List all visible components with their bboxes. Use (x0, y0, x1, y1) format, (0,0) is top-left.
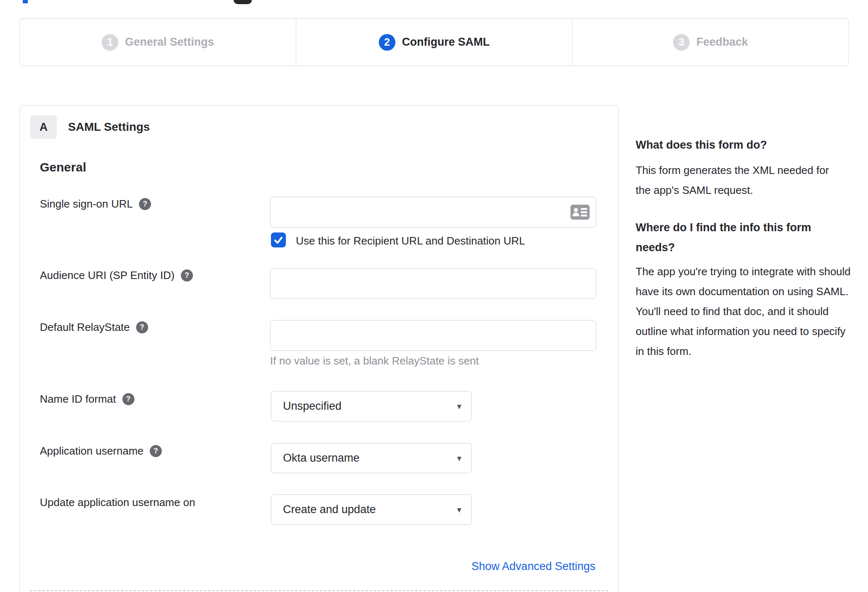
update-app-username-select[interactable]: Create and update ▾ (271, 494, 472, 525)
sso-url-label-row: Single sign-on URL ? (40, 198, 151, 210)
sso-url-input[interactable] (270, 197, 596, 228)
help-icon[interactable]: ? (122, 393, 134, 405)
sidebar-heading-where: Where do I find the info this form needs… (636, 218, 831, 257)
saml-settings-panel: A SAML Settings General Single sign-on U… (20, 105, 619, 592)
relay-state-hint: If no value is set, a blank RelayState i… (270, 355, 479, 367)
step-label: Configure SAML (402, 36, 490, 49)
update-app-username-label: Update application username on (40, 496, 195, 509)
show-advanced-settings-link[interactable]: Show Advanced Settings (471, 560, 595, 573)
relay-state-label: Default RelayState (40, 321, 130, 334)
audience-uri-label: Audience URI (SP Entity ID) (40, 269, 175, 282)
recipient-url-checkbox-label[interactable]: Use this for Recipient URL and Destinati… (296, 235, 525, 247)
update-app-username-label-row: Update application username on (40, 496, 195, 509)
app-username-select[interactable]: Okta username ▾ (271, 443, 472, 473)
app-username-label: Application username (40, 445, 144, 457)
contact-card-icon[interactable] (571, 205, 590, 220)
name-id-format-select[interactable]: Unspecified ▾ (271, 391, 472, 421)
help-icon[interactable]: ? (150, 445, 162, 457)
cut-off-blue-fragment (23, 0, 28, 3)
chevron-down-icon: ▾ (457, 453, 461, 463)
step-label: General Settings (125, 36, 214, 49)
step-number-badge: 1 (102, 34, 118, 51)
general-heading: General (40, 160, 86, 174)
name-id-format-value: Unspecified (283, 400, 341, 413)
sso-url-label: Single sign-on URL (40, 198, 133, 210)
chevron-down-icon: ▾ (457, 401, 461, 411)
help-icon[interactable]: ? (136, 321, 148, 333)
relay-state-label-row: Default RelayState ? (40, 321, 148, 334)
app-username-label-row: Application username ? (40, 445, 162, 457)
help-icon[interactable]: ? (181, 269, 193, 281)
step-feedback[interactable]: 3 Feedback (572, 19, 848, 66)
name-id-format-label: Name ID format (40, 393, 116, 406)
step-number-badge: 3 (673, 34, 690, 51)
relay-state-input[interactable] (270, 320, 596, 351)
step-number-badge: 2 (379, 34, 395, 51)
cut-off-dark-fragment (234, 0, 252, 4)
update-app-username-value: Create and update (283, 503, 376, 516)
help-icon[interactable]: ? (139, 198, 151, 210)
step-general-settings[interactable]: 1 General Settings (20, 19, 296, 66)
chevron-down-icon: ▾ (457, 505, 461, 515)
wizard-stepper: 1 General Settings 2 Configure SAML 3 Fe… (20, 18, 849, 66)
sidebar-heading-what: What does this form do? (636, 135, 831, 155)
sidebar-body-where: The app you're trying to integrate with … (636, 262, 851, 361)
checkmark-icon (273, 235, 283, 245)
audience-uri-input[interactable] (270, 268, 596, 299)
app-username-value: Okta username (283, 452, 360, 465)
section-title: SAML Settings (68, 120, 150, 134)
section-a-badge: A (30, 115, 57, 139)
name-id-format-label-row: Name ID format ? (40, 393, 134, 406)
sidebar-body-what: This form generates the XML needed for t… (636, 160, 835, 200)
step-label: Feedback (696, 36, 748, 49)
step-configure-saml[interactable]: 2 Configure SAML (296, 19, 572, 66)
section-divider (30, 590, 608, 591)
recipient-url-checkbox[interactable] (271, 232, 286, 247)
audience-uri-label-row: Audience URI (SP Entity ID) ? (40, 269, 193, 282)
